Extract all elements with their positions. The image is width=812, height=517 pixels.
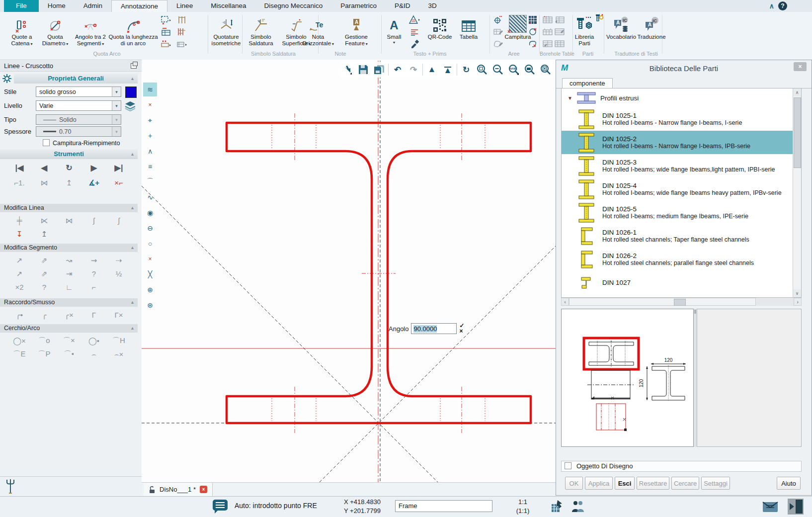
tool-button[interactable]: ⇢ [106, 254, 131, 267]
snap-mode-button[interactable]: ⌖ [143, 113, 157, 127]
collapse-icon[interactable]: ▲ [130, 298, 135, 307]
users-icon[interactable] [570, 499, 585, 514]
nota-orizzontale-button[interactable]: Te Nota Orizzontale▾ [302, 13, 334, 47]
tab-componente[interactable]: componente [562, 78, 613, 88]
section-header-proprieta-generali[interactable]: Proprietà Generali▲ [14, 74, 138, 84]
resettare-button[interactable]: Resettare [637, 477, 669, 490]
section-header-raccordo[interactable]: Raccordo/Smusso▲ [0, 298, 138, 307]
angle-input[interactable]: 90.0000 [411, 323, 457, 334]
undo-icon[interactable]: ↶ [391, 63, 405, 77]
area-point-button[interactable] [491, 14, 505, 26]
tool-button[interactable]: ⌒E [7, 347, 32, 361]
sheet-grid-icon[interactable] [551, 499, 566, 514]
format-brush-icon[interactable] [407, 38, 421, 50]
applica-button[interactable]: Applica [585, 477, 613, 490]
list-item[interactable]: DIN 1025-3 Hot rolled I-beams; wide flan… [562, 154, 801, 177]
tool-button[interactable]: ⌒o [32, 334, 57, 347]
scroll-left-icon[interactable]: ‹ [561, 298, 569, 306]
tool-button[interactable]: ⌐ [81, 280, 106, 294]
grid-fill-button[interactable] [526, 14, 540, 26]
campitura-riempimento-checkbox[interactable]: Campitura-Riempimento [43, 139, 120, 147]
tool-button[interactable]: ×2 [7, 280, 32, 294]
drawing-canvas[interactable]: ↶ ↷ ▲ ▲ ↻ NAME ≋ × ⌖ + ∧ ≡ ⌒ ∿ ◉ ⊖ ○ × ╳… [142, 60, 556, 496]
save-icon[interactable] [356, 63, 370, 77]
tab-3d[interactable]: 3D [419, 0, 446, 12]
tool-button[interactable]: ×⌐ [106, 176, 131, 189]
vocabolario-button[interactable]: ICA Vocabolario [606, 13, 636, 40]
snap-mode-button[interactable]: ╳ [143, 267, 157, 281]
tool-button[interactable]: ⌐1. [7, 176, 32, 189]
tolerance-table-button[interactable] [159, 26, 173, 38]
vertical-scrollbar[interactable]: ∧ ∨ [793, 88, 801, 297]
angolo-2-segmenti-button[interactable]: Angolo tra 2 Segmenti▾ [73, 13, 108, 47]
scroll-up-icon[interactable]: ∧ [793, 88, 801, 96]
zoom-sheet-icon[interactable] [523, 63, 537, 77]
tool-button[interactable]: ⌒× [57, 334, 81, 347]
quota-diametro-button[interactable]: Quota Diametro▾ [39, 13, 71, 47]
tool-button[interactable]: ▶ [81, 161, 106, 174]
list-item[interactable]: DIN 1025-4 Hot rolled I-beams; wide flan… [562, 177, 801, 201]
frame-input[interactable]: Frame [395, 500, 492, 512]
snap-mode-button[interactable]: ⊖ [143, 221, 157, 235]
list-item[interactable]: DIN 1025-2 Hot rolled I-beams - Narrow f… [562, 131, 801, 154]
line-color-swatch[interactable] [125, 86, 137, 98]
tab-parametrico[interactable]: Parametrico [331, 0, 386, 12]
tool-button[interactable]: ⇥ [57, 267, 81, 280]
tool-button[interactable]: ↗ [7, 267, 32, 280]
snap-mode-button[interactable]: ≋ [143, 83, 157, 96]
section-header-strumenti[interactable]: Strumenti▲ [0, 149, 138, 159]
layers-icon[interactable] [124, 100, 136, 111]
datum-tray-button[interactable] [159, 38, 173, 50]
tool-button[interactable]: ◀ [32, 161, 57, 174]
tab-linee[interactable]: Linee [167, 0, 202, 12]
list-item[interactable]: DIN 1025-5 Hot rolled I-beams; medium fl… [562, 201, 801, 224]
text-lines-button[interactable] [407, 26, 421, 38]
snap-mode-button[interactable]: ○ [143, 237, 157, 251]
tool-button[interactable]: ◯× [7, 334, 32, 347]
snap-mode-button[interactable]: ⊛ [143, 298, 157, 312]
tool-button[interactable]: ╭ [32, 308, 57, 322]
circle-trim-button[interactable] [526, 26, 540, 38]
snap-mode-button[interactable]: ⌒ [143, 175, 157, 189]
tool-button[interactable]: |◀ [7, 161, 32, 174]
zoom-window-icon[interactable] [475, 63, 489, 77]
tool-button[interactable]: ↻ [57, 161, 81, 174]
snap-mode-button[interactable]: ≡ [143, 160, 157, 173]
tool-button[interactable]: ↥ [57, 176, 81, 189]
tool-button[interactable]: ⌢× [106, 347, 131, 361]
collapse-icon[interactable]: ▲ [130, 324, 135, 333]
tool-button[interactable]: ⋈ [57, 214, 81, 227]
tool-button[interactable]: ⋉ [32, 214, 57, 227]
collapse-icon[interactable]: ▲ [130, 149, 135, 159]
chevron-down-icon[interactable]: ▾ [112, 87, 121, 96]
area-shape-button[interactable] [491, 38, 505, 50]
section-header-modifica-linea[interactable]: Modifica Linea▲ [0, 204, 138, 212]
text-style-button[interactable] [407, 14, 421, 26]
scrollbar-thumb[interactable] [674, 299, 686, 306]
snap-mode-button[interactable]: ◉ [143, 206, 157, 220]
scrollbar-track[interactable] [569, 298, 756, 306]
small-bolt-button[interactable] [592, 13, 606, 25]
quotature-isometriche-button[interactable]: Quotature isometriche [211, 13, 242, 47]
tool-button[interactable]: Γ [81, 308, 106, 322]
tool-button[interactable]: ʃ [81, 214, 106, 227]
tool-button[interactable]: ⌒P [32, 347, 57, 361]
aiuto-button[interactable]: Aiuto [777, 477, 801, 490]
tab-file[interactable]: File [4, 0, 39, 12]
collapse-icon[interactable]: ▲ [130, 244, 135, 252]
tool-button[interactable]: ╭• [7, 308, 32, 322]
settaggi-button[interactable]: Settaggi [701, 477, 730, 490]
collapse-icon[interactable]: ▲ [130, 74, 135, 84]
refresh-icon[interactable]: ↻ [459, 63, 473, 77]
list-item[interactable]: DIN 1026-1 Hot rolled steel channels; Ta… [562, 224, 801, 248]
tree-expand-icon[interactable]: ▼ [568, 95, 572, 101]
scroll-down-icon[interactable]: ∨ [793, 289, 801, 297]
snap-mode-button[interactable]: + [143, 129, 157, 143]
feature-frame-button[interactable] [175, 26, 189, 38]
tool-button[interactable]: ╪ [7, 214, 32, 227]
tool-button[interactable]: ⌒• [57, 347, 81, 361]
part-preview-pane[interactable]: 120 120 [561, 309, 694, 447]
dimension-lines-button[interactable] [175, 14, 189, 26]
envelope-icon[interactable] [761, 498, 779, 514]
drawing-tab[interactable]: DisNo___1 * × [144, 483, 213, 496]
